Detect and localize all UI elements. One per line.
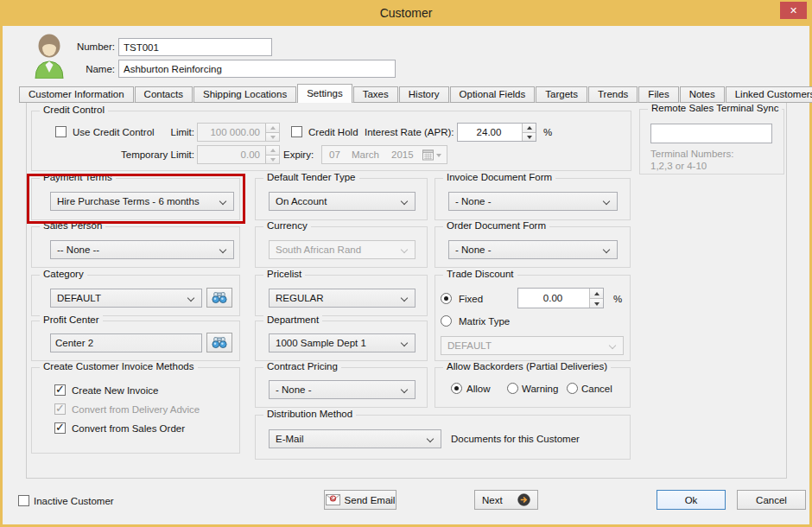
category-group-title: Category [40,269,87,279]
pricelist-group-title: Pricelist [263,269,305,279]
tab-history[interactable]: History [399,86,449,103]
contract-pricing-select[interactable]: - None - [269,380,416,399]
default-tender-type-select[interactable]: On Account [269,192,416,211]
chevron-down-icon [609,342,616,349]
tab-customer-information[interactable]: Customer Information [19,86,134,103]
inactive-customer-label[interactable]: Inactive Customer [34,496,114,506]
credit-hold-checkbox[interactable] [291,126,302,137]
profit-center-lookup-button[interactable] [206,333,232,352]
limit-value: 100 000.00 [210,127,260,137]
spin-down-button[interactable] [589,298,603,308]
tab-strip: Customer Information Contacts Shipping L… [19,84,812,103]
contract-pricing-selected-value: - None - [276,384,312,395]
order-document-form-selected-value: - None - [455,244,492,255]
tab-contacts[interactable]: Contacts [135,86,193,103]
trade-discount-value: 0.00 [518,293,587,303]
tab-targets[interactable]: Targets [536,86,587,103]
interest-rate-spinner[interactable]: 24.00 [457,123,536,142]
category-selected-value: DEFAULT [57,293,101,303]
invoice-document-form-group: Invoice Document Form - None - [435,178,631,220]
trade-discount-matrix-select: DEFAULT [441,336,624,355]
arrow-right-icon [517,493,530,506]
number-field[interactable] [118,38,272,56]
name-field[interactable] [118,60,396,78]
sales-person-select[interactable]: -- None -- [50,240,234,259]
spin-up-button[interactable] [589,289,603,298]
tab-notes[interactable]: Notes [680,86,725,103]
backorders-allow-label[interactable]: Allow [466,384,490,394]
spin-down-button[interactable] [522,132,536,141]
default-tender-type-group: Default Tender Type On Account [255,178,428,220]
backorders-warning-radio[interactable] [507,383,518,394]
credit-hold-label[interactable]: Credit Hold [308,127,358,137]
invoice-methods-group: Create Customer Invoice Methods Create N… [31,367,240,454]
chevron-down-icon [401,386,408,393]
backorders-warning-label[interactable]: Warning [522,384,558,394]
create-new-invoice-checkbox[interactable] [54,384,66,396]
trade-discount-group-title: Trade Discount [443,269,517,279]
payment-terms-selected-value: Hire Purchase Terms - 6 months [57,196,200,206]
invoice-methods-group-title: Create Customer Invoice Methods [40,361,198,371]
trade-discount-matrix-label[interactable]: Matrix Type [459,316,510,327]
order-document-form-select[interactable]: - None - [448,240,618,259]
trade-discount-matrix-radio[interactable] [441,315,452,327]
backorders-allow-radio[interactable] [451,383,462,394]
next-button[interactable]: Next [474,490,538,510]
limit-label: Limit: [141,127,194,137]
pricelist-select[interactable]: REGULAR [269,289,416,308]
department-select[interactable]: 1000 Sample Dept 1 [269,333,416,352]
spin-down-icon [527,136,532,139]
profit-center-field[interactable] [50,333,202,352]
use-credit-control-checkbox[interactable] [55,126,67,137]
invoice-document-form-select[interactable]: - None - [448,192,618,211]
customer-window: Customer ✕ Number: Name: Customer Inform… [0,0,812,527]
temporary-limit-value: 0.00 [241,149,260,160]
tab-files[interactable]: Files [638,86,678,103]
close-icon: ✕ [790,5,797,16]
remote-sales-terminal-sync-group: Remote Sales Terminal Sync Terminal Numb… [639,109,784,175]
tab-settings[interactable]: Settings [297,84,352,103]
spin-up-button[interactable] [522,124,536,132]
trade-discount-fixed-label[interactable]: Fixed [459,294,483,304]
tab-trends[interactable]: Trends [588,86,638,103]
chevron-down-icon [427,435,434,442]
tab-linked-customers[interactable]: Linked Customers [726,86,812,103]
contract-pricing-group: Contract Pricing - None - [255,367,428,408]
close-button[interactable]: ✕ [780,2,807,19]
cancel-button[interactable]: Cancel [737,490,806,510]
convert-from-sales-order-checkbox[interactable] [54,422,66,434]
tab-optional-fields[interactable]: Optional Fields [450,86,536,103]
remote-sync-group-title: Remote Sales Terminal Sync [648,103,782,113]
terminal-numbers-input[interactable] [650,124,772,143]
category-lookup-button[interactable] [206,288,232,308]
sales-person-selected-value: -- None -- [57,244,99,255]
spin-down-button [265,132,279,141]
terminal-numbers-hint-1: Terminal Numbers: [650,149,734,159]
chevron-down-icon [219,198,226,205]
payment-terms-group-title: Payment Terms [40,172,116,182]
inactive-customer-checkbox[interactable] [18,495,29,506]
chevron-down-icon [603,246,610,253]
distribution-method-group-title: Distribution Method [263,409,356,419]
ok-button[interactable]: Ok [657,490,726,510]
create-new-invoice-label[interactable]: Create New Invoice [72,385,158,396]
sales-person-group: Sales Person -- None -- [31,226,240,268]
tab-taxes[interactable]: Taxes [353,86,398,103]
send-email-button[interactable]: Send Email [324,490,396,510]
allow-backorders-group: Allow Backorders (Partial Deliveries) Al… [435,367,631,408]
payment-terms-select[interactable]: Hire Purchase Terms - 6 months [50,192,234,211]
title-bar: Customer [0,0,812,26]
tab-shipping-locations[interactable]: Shipping Locations [193,86,296,103]
trade-discount-spinner[interactable]: 0.00 [517,288,604,308]
trade-discount-unit: % [613,294,622,304]
category-select[interactable]: DEFAULT [50,289,202,308]
order-document-form-group-title: Order Document Form [443,220,549,231]
distribution-method-select[interactable]: E-Mail [269,429,441,448]
department-selected-value: 1000 Sample Dept 1 [276,338,366,348]
interest-rate-unit: % [543,127,552,137]
convert-from-sales-order-label[interactable]: Convert from Sales Order [72,423,185,434]
trade-discount-fixed-radio[interactable] [441,293,452,304]
backorders-cancel-label[interactable]: Cancel [581,384,612,394]
backorders-cancel-radio[interactable] [567,383,578,394]
chevron-down-icon [401,295,408,302]
